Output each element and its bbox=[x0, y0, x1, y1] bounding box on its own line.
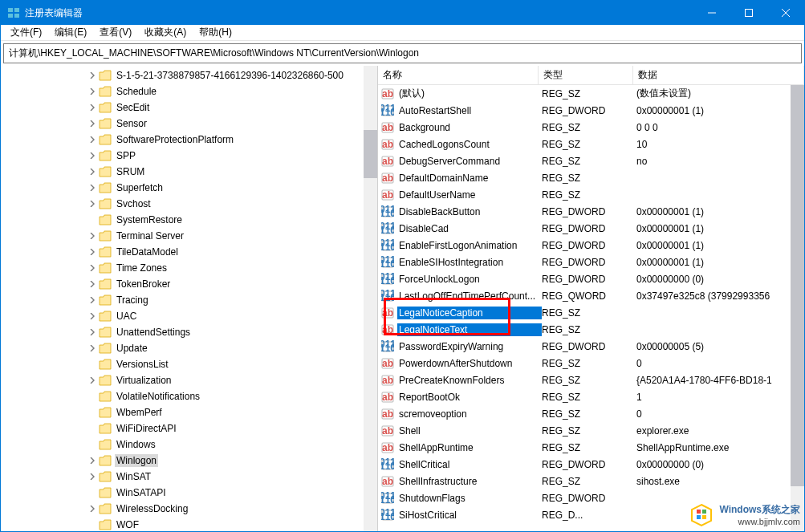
list-row[interactable]: abShellInfrastructureREG_SZsihost.exe bbox=[378, 473, 804, 489]
string-value-icon: ab bbox=[381, 323, 394, 336]
chevron-right-icon[interactable] bbox=[87, 456, 97, 465]
tree-item[interactable]: SystemRestore bbox=[1, 212, 377, 228]
tree-item[interactable]: SPP bbox=[1, 148, 377, 164]
chevron-right-icon[interactable] bbox=[87, 71, 97, 80]
list-row[interactable]: abscremoveoptionREG_SZ0 bbox=[378, 405, 804, 422]
menu-help[interactable]: 帮助(H) bbox=[193, 24, 238, 41]
col-header-name[interactable]: 名称 bbox=[378, 66, 539, 85]
list-row[interactable]: abPowerdownAfterShutdownREG_SZ0 bbox=[378, 355, 804, 372]
chevron-right-icon[interactable] bbox=[87, 231, 97, 241]
list-row[interactable]: abShellAppRuntimeREG_SZShellAppRuntime.e… bbox=[378, 439, 804, 456]
tree-item[interactable]: Windows bbox=[1, 437, 377, 453]
chevron-right-icon[interactable] bbox=[87, 343, 97, 353]
tree-item[interactable]: Sensor bbox=[1, 116, 377, 132]
tree-pane[interactable]: S-1-5-21-3738879857-4166129396-140232686… bbox=[1, 66, 378, 531]
tree-item[interactable]: Superfetch bbox=[1, 180, 377, 196]
folder-icon bbox=[99, 262, 112, 274]
string-value-icon: ab bbox=[381, 374, 394, 387]
chevron-right-icon[interactable] bbox=[87, 135, 97, 144]
tree-item[interactable]: Virtualization bbox=[1, 372, 377, 388]
tree-item[interactable]: WinSATAPI bbox=[1, 485, 377, 501]
list-row[interactable]: 011110EnableSIHostIntegrationREG_DWORD0x… bbox=[378, 254, 804, 270]
maximize-button[interactable] bbox=[730, 1, 767, 25]
list-row[interactable]: ab(默认)REG_SZ(数值未设置) bbox=[378, 85, 804, 102]
list-row[interactable]: abBackgroundREG_SZ0 0 0 bbox=[378, 119, 804, 136]
address-bar[interactable]: 计算机\HKEY_LOCAL_MACHINE\SOFTWARE\Microsof… bbox=[3, 43, 802, 63]
tree-item[interactable]: WirelessDocking bbox=[1, 501, 377, 517]
tree-item[interactable]: TileDataModel bbox=[1, 244, 377, 260]
list-row[interactable]: 011110ShellCriticalREG_DWORD0x00000000 (… bbox=[378, 456, 804, 473]
tree-item[interactable]: Schedule bbox=[1, 83, 377, 99]
tree-item[interactable]: UAC bbox=[1, 308, 377, 324]
tree-item[interactable]: SRUM bbox=[1, 164, 377, 180]
tree-item[interactable]: S-1-5-21-3738879857-4166129396-140232686… bbox=[1, 67, 377, 83]
tree-item[interactable]: VersionsList bbox=[1, 356, 377, 372]
list-row[interactable]: 011110EnableFirstLogonAnimationREG_DWORD… bbox=[378, 237, 804, 254]
tree-item[interactable]: TokenBroker bbox=[1, 276, 377, 292]
chevron-right-icon[interactable] bbox=[87, 183, 97, 193]
chevron-right-icon[interactable] bbox=[87, 327, 97, 337]
tree-item[interactable]: Svchost bbox=[1, 196, 377, 212]
col-header-type[interactable]: 类型 bbox=[539, 66, 633, 85]
tree-scrollbar[interactable] bbox=[364, 66, 377, 531]
chevron-right-icon[interactable] bbox=[87, 247, 97, 257]
tree-item[interactable]: Tracing bbox=[1, 292, 377, 308]
chevron-right-icon[interactable] bbox=[87, 376, 97, 385]
tree-item[interactable]: WiFiDirectAPI bbox=[1, 420, 377, 437]
list-row[interactable]: abDebugServerCommandREG_SZno bbox=[378, 152, 804, 169]
menu-file[interactable]: 文件(F) bbox=[4, 24, 48, 41]
tree-item-label: WinSATAPI bbox=[115, 486, 168, 499]
scrollbar-thumb[interactable] bbox=[364, 130, 377, 178]
folder-icon bbox=[99, 407, 112, 418]
chevron-right-icon[interactable] bbox=[87, 263, 97, 273]
list-row[interactable]: abLegalNoticeTextREG_SZ bbox=[378, 321, 804, 338]
tree-item[interactable]: Terminal Server bbox=[1, 228, 377, 244]
chevron-right-icon[interactable] bbox=[87, 504, 97, 514]
chevron-right-icon[interactable] bbox=[87, 472, 97, 481]
list-row[interactable]: 011110DisableBackButtonREG_DWORD0x000000… bbox=[378, 203, 804, 220]
list-row[interactable]: abDefaultUserNameREG_SZ bbox=[378, 186, 804, 203]
chevron-right-icon[interactable] bbox=[87, 103, 97, 112]
titlebar[interactable]: 注册表编辑器 bbox=[1, 1, 804, 25]
tree-item[interactable]: WbemPerf bbox=[1, 404, 377, 420]
tree-item[interactable]: Time Zones bbox=[1, 260, 377, 276]
scrollbar-thumb[interactable] bbox=[791, 85, 804, 486]
menu-view[interactable]: 查看(V) bbox=[93, 24, 138, 41]
list-row[interactable]: 011110LastLogOffEndTimePerfCount...REG_Q… bbox=[378, 287, 804, 304]
list-row[interactable]: 011110DisableCadREG_DWORD0x00000001 (1) bbox=[378, 220, 804, 237]
tree-item[interactable]: WinSAT bbox=[1, 469, 377, 485]
chevron-right-icon[interactable] bbox=[87, 279, 97, 289]
list-row[interactable]: abPreCreateKnownFoldersREG_SZ{A520A1A4-1… bbox=[378, 372, 804, 388]
tree-item[interactable]: Update bbox=[1, 340, 377, 356]
close-button[interactable] bbox=[767, 1, 804, 25]
list-body[interactable]: ab(默认)REG_SZ(数值未设置)011110AutoRestartShel… bbox=[378, 85, 804, 531]
chevron-right-icon[interactable] bbox=[87, 295, 97, 305]
chevron-right-icon[interactable] bbox=[87, 119, 97, 128]
chevron-right-icon[interactable] bbox=[87, 167, 97, 177]
tree-item[interactable]: VolatileNotifications bbox=[1, 388, 377, 404]
list-scrollbar[interactable] bbox=[791, 85, 804, 531]
minimize-button[interactable] bbox=[693, 1, 730, 25]
menu-favorites[interactable]: 收藏夹(A) bbox=[138, 24, 193, 41]
chevron-right-icon[interactable] bbox=[87, 311, 97, 321]
list-row[interactable]: abDefaultDomainNameREG_SZ bbox=[378, 169, 804, 186]
tree-item[interactable]: WOF bbox=[1, 517, 377, 531]
list-row[interactable]: abReportBootOkREG_SZ1 bbox=[378, 388, 804, 405]
tree-item[interactable]: UnattendSettings bbox=[1, 324, 377, 340]
value-type: REG_DWORD bbox=[542, 257, 636, 268]
list-row[interactable]: abShellREG_SZexplorer.exe bbox=[378, 422, 804, 439]
chevron-right-icon[interactable] bbox=[87, 199, 97, 209]
list-row[interactable]: 011110AutoRestartShellREG_DWORD0x0000000… bbox=[378, 102, 804, 119]
list-row[interactable]: 011110ForceUnlockLogonREG_DWORD0x0000000… bbox=[378, 270, 804, 287]
svg-text:110: 110 bbox=[381, 461, 394, 471]
chevron-right-icon[interactable] bbox=[87, 87, 97, 96]
menu-edit[interactable]: 编辑(E) bbox=[48, 24, 93, 41]
list-row[interactable]: 011110PasswordExpiryWarningREG_DWORD0x00… bbox=[378, 338, 804, 355]
chevron-right-icon[interactable] bbox=[87, 151, 97, 160]
tree-item[interactable]: SecEdit bbox=[1, 99, 377, 116]
tree-item[interactable]: Winlogon bbox=[1, 453, 377, 469]
list-row[interactable]: abCachedLogonsCountREG_SZ10 bbox=[378, 136, 804, 152]
tree-item[interactable]: SoftwareProtectionPlatform bbox=[1, 132, 377, 148]
col-header-data[interactable]: 数据 bbox=[633, 66, 804, 85]
list-row[interactable]: abLegalNoticeCaptionREG_SZ bbox=[378, 304, 804, 321]
